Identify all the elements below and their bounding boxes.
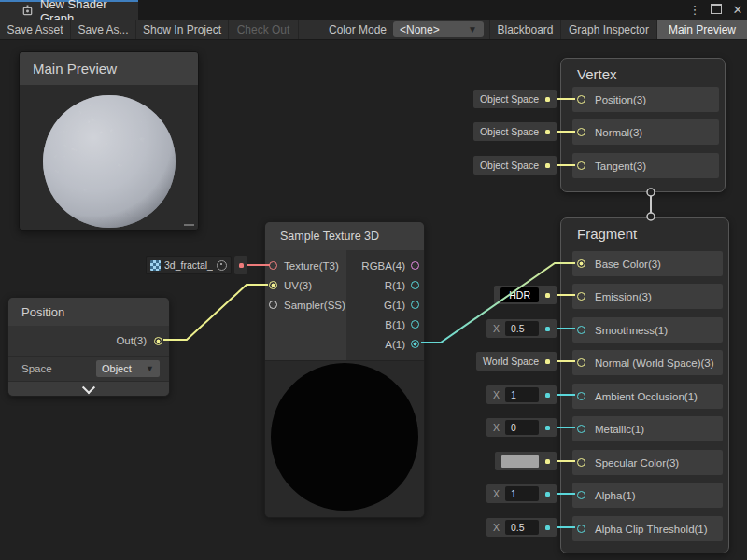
hdr-color-field[interactable]: HDR [500,287,539,302]
normal-port[interactable] [577,128,585,136]
fragment-row-alpha: Alpha(1) [572,483,723,508]
fragment-node[interactable]: Fragment Base Color(3) Emission(3) Smoot… [560,217,729,553]
alpha-port[interactable] [577,491,585,499]
stub-wire [557,294,575,296]
a-output-port[interactable] [411,340,419,348]
g-output-port[interactable] [411,301,419,309]
object-picker-icon[interactable] [217,260,227,271]
window-close-icon[interactable]: ✕ [730,3,745,17]
x-label: X [493,389,500,400]
vertex-fragment-stack-connector [647,189,655,220]
ambient-occlusion-port[interactable] [577,392,585,400]
position-port[interactable] [577,95,585,104]
alpha-clip-port[interactable] [577,525,585,533]
stub-wire [557,328,575,329]
stub-wire [557,526,575,528]
out-port[interactable] [154,337,162,345]
node-preview [265,360,424,518]
tab-new-shader-graph[interactable]: New Shader Graph [0,0,138,20]
port-label: Texture(T3) [284,260,339,272]
normal-ws-default-binding: World Space [476,352,575,371]
port-label: Ambient Occlusion(1) [595,391,698,402]
vertex-node[interactable]: Vertex Position(3) Normal(3) Tangent(3) [560,58,726,192]
stub-wire [557,460,575,462]
window-menu-icon[interactable]: ⋮ [687,3,702,17]
connector-dot [545,163,550,168]
space-dropdown[interactable]: Object ▼ [96,360,160,377]
output-row-r: R(1) [346,275,424,295]
window-maximize-icon[interactable] [709,3,724,17]
chevron-down-icon [82,381,95,394]
b-output-port[interactable] [411,320,419,329]
position-node[interactable]: Position Out(3) Space Object ▼ [7,297,170,397]
shader-graph-window: New Shader Graph ⋮ ✕ Save Asset Save As.… [0,0,747,560]
save-as-button[interactable]: Save As... [71,20,136,39]
stub-wire [557,360,575,362]
emission-port[interactable] [577,292,585,301]
color-mode-label: Color Mode [324,20,393,39]
sampler-input-port[interactable] [269,301,277,309]
value-input[interactable]: 0 [505,420,539,435]
vertex-row-position: Position(3) [572,87,719,112]
main-preview-header[interactable]: Main Preview [20,52,198,85]
fragment-node-title: Fragment [561,218,728,242]
texture-wire [247,264,270,266]
value-input[interactable]: 1 [505,387,539,402]
tangent-port[interactable] [577,161,585,170]
input-row-sampler: Sampler(SS) [265,295,346,315]
value-input[interactable]: 0.5 [505,321,539,336]
port-label: A(1) [385,339,405,350]
texture-object-field[interactable]: 3d_fractal_n [146,256,232,274]
value-input[interactable]: 0.5 [505,520,539,535]
port-label: B(1) [385,319,405,330]
port-label: Alpha Clip Threshold(1) [595,524,708,535]
space-label: Space [21,363,52,374]
tangent-default-binding: Object Space [473,156,575,175]
main-preview-panel[interactable]: Main Preview [19,51,199,231]
rgba-output-port[interactable] [411,261,419,270]
port-label: Base Color(3) [595,259,661,270]
port-label: UV(3) [284,280,312,291]
color-mode-value: <None> [400,23,440,36]
connector-dot [545,130,550,134]
fragment-row-specular-color: Specular Color(3) [572,450,723,475]
connector-dot [545,426,550,430]
texture-asset-icon [150,260,161,271]
value-input[interactable]: 1 [505,486,539,501]
show-in-project-button[interactable]: Show In Project [136,20,229,39]
sample-texture-3d-node[interactable]: Sample Texture 3D Texture(T3) UV(3) Samp… [264,221,425,518]
output-row-rgba: RGBA(4) [346,256,424,275]
specular-color-port[interactable] [577,458,585,467]
collapse-preview-button[interactable] [8,382,169,397]
uv-input-port[interactable] [269,281,277,289]
chevron-down-icon: ▼ [146,364,154,373]
preview-sphere-black [271,363,418,511]
main-preview-toggle-button[interactable]: Main Preview [657,20,747,39]
blackboard-toggle-button[interactable]: Blackboard [489,20,561,39]
base-color-port[interactable] [577,259,585,268]
fragment-row-alpha-clip: Alpha Clip Threshold(1) [572,516,723,541]
save-asset-button[interactable]: Save Asset [0,20,71,39]
title-bar: New Shader Graph ⋮ ✕ [0,0,747,20]
check-out-button: Check Out [229,20,299,39]
normal-ws-port[interactable] [577,358,585,367]
r-output-port[interactable] [411,281,419,289]
smoothness-port[interactable] [577,326,585,334]
graph-inspector-toggle-button[interactable]: Graph Inspector [561,20,657,39]
resize-handle[interactable] [184,224,194,226]
x-label: X [493,522,500,533]
color-swatch[interactable] [501,455,539,468]
port-label: Metallic(1) [595,424,644,435]
edge-position-to-uv[interactable] [163,285,268,340]
port-label: Alpha(1) [595,490,635,501]
metallic-port[interactable] [577,425,585,433]
vertex-row-normal: Normal(3) [572,119,719,145]
output-row-b: B(1) [346,315,424,334]
color-mode-dropdown[interactable]: <None> ▼ [393,21,484,37]
ambient-occlusion-default-field: X1 [486,385,575,404]
main-preview-viewport[interactable] [20,85,198,230]
texture-input-port[interactable] [269,261,277,270]
output-row-a: A(1) [346,334,424,354]
vertex-row-tangent: Tangent(3) [572,153,719,178]
x-label: X [493,422,500,433]
